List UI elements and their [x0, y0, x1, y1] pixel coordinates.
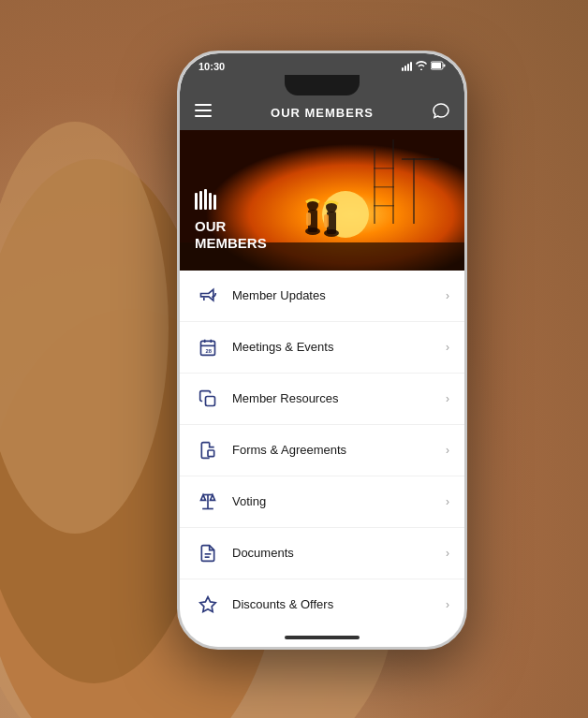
dynamic-island: [180, 75, 464, 95]
status-bar: 10:30: [180, 53, 464, 77]
menu-list: Member Updates › 28 Meetings & Events: [180, 271, 464, 630]
home-indicator: [180, 630, 464, 647]
status-time: 10:30: [198, 61, 225, 72]
signal-icon: [402, 62, 412, 71]
svg-rect-39: [208, 450, 214, 457]
menu-item-forms-agreements[interactable]: Forms & Agreements ›: [180, 425, 464, 476]
svg-text:28: 28: [206, 347, 213, 353]
svg-rect-16: [374, 186, 394, 188]
star-icon: [195, 592, 221, 618]
svg-rect-6: [444, 64, 446, 66]
hero-banner: OUR MEMBERS: [180, 130, 464, 271]
chevron-icon: ›: [446, 547, 449, 560]
menu-item-voting[interactable]: Voting ›: [180, 476, 464, 528]
hamburger-menu-icon[interactable]: [195, 104, 212, 121]
hero-text-block: OUR MEMBERS: [195, 189, 267, 252]
menu-label-forms-agreements: Forms & Agreements: [232, 443, 446, 457]
megaphone-icon: [195, 283, 221, 309]
document-text-icon: [195, 540, 221, 566]
menu-item-documents[interactable]: Documents ›: [180, 528, 464, 579]
svg-rect-38: [206, 396, 215, 405]
svg-rect-17: [374, 205, 394, 207]
menu-item-member-resources[interactable]: Member Resources ›: [180, 374, 464, 425]
chat-icon[interactable]: [433, 103, 449, 123]
chevron-icon: ›: [446, 392, 449, 405]
menu-label-discounts-offers: Discounts & Offers: [232, 597, 446, 611]
svg-marker-44: [200, 596, 216, 611]
svg-rect-23: [306, 212, 311, 226]
wifi-icon: [416, 61, 427, 72]
hero-title-line2: MEMBERS: [195, 235, 267, 252]
svg-rect-30: [204, 189, 207, 210]
status-icons: [402, 61, 446, 72]
svg-rect-9: [195, 115, 212, 117]
menu-item-member-updates[interactable]: Member Updates ›: [180, 271, 464, 322]
document-copy-icon: [195, 437, 221, 463]
scales-icon: [195, 489, 221, 515]
svg-rect-19: [413, 158, 415, 224]
navigation-bar: OUR MEMBERS: [180, 95, 464, 130]
hero-title-line1: OUR: [195, 218, 267, 235]
hero-logo-icon: [195, 189, 267, 214]
chevron-icon: ›: [446, 598, 449, 611]
svg-rect-15: [374, 168, 394, 169]
chevron-icon: ›: [446, 495, 449, 508]
menu-item-meetings-events[interactable]: 28 Meetings & Events ›: [180, 322, 464, 374]
menu-label-member-resources: Member Resources: [232, 391, 446, 405]
calendar-icon: 28: [195, 334, 221, 360]
svg-rect-18: [402, 158, 439, 160]
svg-rect-7: [195, 104, 212, 106]
page-title: OUR MEMBERS: [271, 106, 374, 120]
svg-rect-28: [195, 193, 198, 210]
menu-label-member-updates: Member Updates: [232, 288, 446, 302]
chevron-icon: ›: [446, 289, 449, 302]
phone-body: 10:30: [177, 51, 467, 650]
copy-icon: [195, 386, 221, 412]
svg-rect-8: [195, 110, 212, 111]
svg-rect-31: [209, 193, 212, 210]
svg-rect-5: [432, 63, 441, 68]
svg-rect-14: [392, 139, 394, 224]
battery-icon: [431, 61, 446, 72]
chevron-icon: ›: [446, 444, 449, 457]
phone-frame: 10:30: [177, 51, 467, 650]
chevron-icon: ›: [446, 341, 449, 354]
menu-label-meetings-events: Meetings & Events: [232, 340, 446, 354]
menu-label-documents: Documents: [232, 546, 446, 560]
menu-item-discounts-offers[interactable]: Discounts & Offers ›: [180, 579, 464, 630]
menu-label-voting: Voting: [232, 494, 446, 508]
svg-rect-29: [199, 191, 202, 210]
svg-rect-27: [324, 214, 329, 227]
svg-rect-32: [213, 195, 216, 210]
